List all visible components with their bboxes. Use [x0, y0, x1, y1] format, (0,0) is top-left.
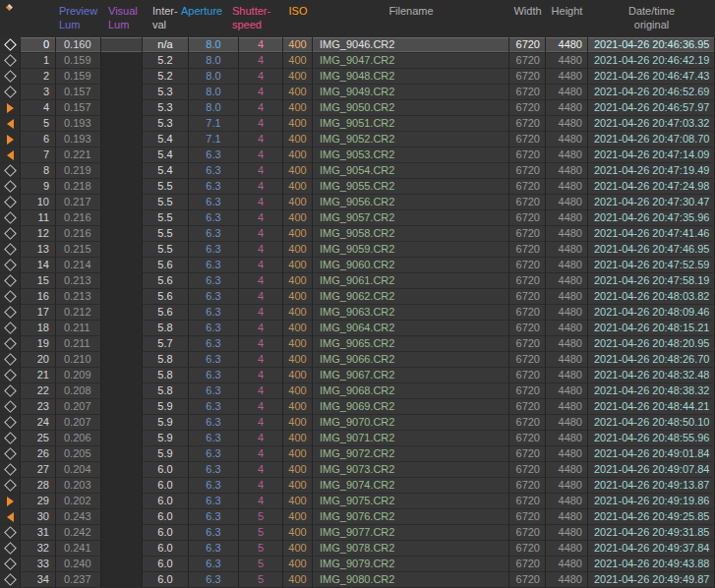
cell-shutter: 5	[239, 572, 283, 588]
cell-width: 6720	[509, 226, 546, 242]
table-row[interactable]: 70.2215.46.34400IMG_9053.CR2672044802021…	[0, 147, 715, 163]
table-row[interactable]: 180.2115.86.34400IMG_9064.CR267204480202…	[0, 321, 715, 336]
cell-interval: 5.4	[143, 132, 189, 147]
cell-height: 4480	[546, 305, 588, 321]
cell-preview_lum: 0.193	[56, 132, 101, 147]
cell-width: 6720	[509, 179, 546, 195]
cell-width: 6720	[509, 53, 546, 69]
cell-interval: 5.8	[143, 321, 189, 336]
table-row[interactable]: 90.2185.56.34400IMG_9055.CR2672044802021…	[0, 179, 715, 195]
cell-shutter: 4	[239, 100, 283, 116]
cell-iso: 400	[283, 431, 313, 446]
column-header-shutter[interactable]: Shutter-speed	[239, 0, 283, 37]
table-row[interactable]: 200.2105.86.34400IMG_9066.CR267204480202…	[0, 352, 715, 368]
cell-filename: IMG_9047.CR2	[313, 53, 509, 69]
table-row[interactable]: 170.2125.66.34400IMG_9063.CR267204480202…	[0, 305, 715, 321]
cell-height: 4480	[546, 478, 588, 494]
cell-datetime: 2021-04-26 20:48:09.46	[588, 305, 715, 321]
table-row[interactable]: 120.2165.56.34400IMG_9058.CR267204480202…	[0, 226, 715, 242]
transition-right-icon	[7, 497, 14, 506]
cell-keyframe	[0, 305, 21, 321]
table-row[interactable]: 310.2426.06.35400IMG_9077.CR267204480202…	[0, 525, 715, 541]
cell-filename: IMG_9050.CR2	[313, 100, 509, 116]
cell-shutter: 4	[239, 69, 283, 85]
cell-keyframe	[0, 116, 21, 132]
table-row[interactable]: 260.2055.96.34400IMG_9072.CR267204480202…	[0, 446, 715, 462]
table-row[interactable]: 270.2046.06.34400IMG_9073.CR267204480202…	[0, 462, 715, 478]
cell-keyframe	[0, 242, 21, 258]
cell-shutter: 4	[239, 273, 283, 289]
table-row[interactable]: 80.2195.46.34400IMG_9054.CR2672044802021…	[0, 163, 715, 179]
cell-index: 6	[21, 132, 56, 147]
column-header-filename[interactable]: Filename	[313, 0, 509, 37]
table-row[interactable]: 110.2165.56.34400IMG_9057.CR267204480202…	[0, 210, 715, 226]
table-row[interactable]: 20.1595.28.04400IMG_9048.CR2672044802021…	[0, 69, 715, 85]
cell-filename: IMG_9064.CR2	[313, 321, 509, 336]
cell-visual_lum	[101, 85, 143, 100]
cell-interval: 6.0	[143, 525, 189, 541]
cell-keyframe	[0, 226, 21, 242]
cell-width: 6720	[509, 399, 546, 415]
cell-interval: 5.2	[143, 53, 189, 69]
column-header-datetime[interactable]: Date/timeoriginal	[588, 0, 715, 37]
cell-keyframe	[0, 494, 21, 509]
cell-preview_lum: 0.209	[56, 368, 101, 383]
cell-aperture: 6.3	[189, 368, 239, 383]
table-row[interactable]: 210.2095.86.34400IMG_9067.CR267204480202…	[0, 368, 715, 383]
table-row[interactable]: 240.2075.96.34400IMG_9070.CR267204480202…	[0, 415, 715, 431]
cell-width: 6720	[509, 557, 546, 572]
table-row[interactable]: 230.2075.96.34400IMG_9069.CR267204480202…	[0, 399, 715, 415]
cell-keyframe	[0, 85, 21, 100]
column-header-label: Date/time	[588, 4, 715, 18]
cell-shutter: 4	[239, 163, 283, 179]
table-row[interactable]: 160.2135.66.34400IMG_9062.CR267204480202…	[0, 289, 715, 305]
column-header-index[interactable]	[21, 0, 56, 37]
table-row[interactable]: 60.1935.47.14400IMG_9052.CR2672044802021…	[0, 132, 715, 147]
table-row[interactable]: 220.2085.86.34400IMG_9068.CR267204480202…	[0, 383, 715, 399]
cell-keyframe	[0, 179, 21, 195]
cell-width: 6720	[509, 289, 546, 305]
table-row[interactable]: 250.2065.96.34400IMG_9071.CR267204480202…	[0, 431, 715, 446]
cell-iso: 400	[283, 226, 313, 242]
table-row[interactable]: 00.160n/a8.04400IMG_9046.CR2672044802021…	[0, 37, 715, 53]
table-row[interactable]: 340.2376.06.35400IMG_9080.CR267204480202…	[0, 572, 715, 588]
table-row[interactable]: 300.2436.06.35400IMG_9076.CR267204480202…	[0, 509, 715, 525]
keyframe-diamond-icon	[4, 211, 17, 224]
column-header-label: Lum	[56, 18, 101, 31]
cell-height: 4480	[546, 242, 588, 258]
cell-width: 6720	[509, 478, 546, 494]
column-header-iso[interactable]: ISO	[283, 0, 313, 37]
table-row[interactable]: 320.2416.06.35400IMG_9078.CR267204480202…	[0, 541, 715, 557]
cell-aperture: 6.3	[189, 163, 239, 179]
cell-iso: 400	[283, 572, 313, 588]
cell-index: 17	[21, 305, 56, 321]
column-header-width[interactable]: Width	[509, 0, 546, 37]
column-header-keyframe[interactable]	[0, 0, 21, 37]
cell-datetime: 2021-04-26 20:49:43.88	[588, 557, 715, 572]
column-header-height[interactable]: Height	[546, 0, 588, 37]
cell-filename: IMG_9065.CR2	[313, 336, 509, 352]
table-row[interactable]: 100.2175.56.34400IMG_9056.CR267204480202…	[0, 195, 715, 210]
table-row[interactable]: 150.2135.66.34400IMG_9061.CR267204480202…	[0, 273, 715, 289]
table-row[interactable]: 50.1935.37.14400IMG_9051.CR2672044802021…	[0, 116, 715, 132]
table-row[interactable]: 130.2155.56.34400IMG_9059.CR267204480202…	[0, 242, 715, 258]
cell-interval: 5.5	[143, 226, 189, 242]
cell-index: 27	[21, 462, 56, 478]
column-header-preview_lum[interactable]: PreviewLum	[56, 0, 101, 37]
cell-datetime: 2021-04-26 20:48:26.70	[588, 352, 715, 368]
table-row[interactable]: 140.2145.66.34400IMG_9060.CR267204480202…	[0, 258, 715, 273]
table-row[interactable]: 280.2036.06.34400IMG_9074.CR267204480202…	[0, 478, 715, 494]
cell-height: 4480	[546, 557, 588, 572]
table-row[interactable]: 290.2026.06.34400IMG_9075.CR267204480202…	[0, 494, 715, 509]
cell-aperture: 6.3	[189, 446, 239, 462]
table-row[interactable]: 330.2406.06.35400IMG_9079.CR267204480202…	[0, 557, 715, 572]
keyframe-diamond-icon	[4, 384, 17, 397]
cell-shutter: 4	[239, 85, 283, 100]
table-row[interactable]: 10.1595.28.04400IMG_9047.CR2672044802021…	[0, 53, 715, 69]
column-header-visual_lum[interactable]: VisualLum	[101, 0, 143, 37]
cell-iso: 400	[283, 132, 313, 147]
table-row[interactable]: 40.1575.38.04400IMG_9050.CR2672044802021…	[0, 100, 715, 116]
table-row[interactable]: 190.2115.76.34400IMG_9065.CR267204480202…	[0, 336, 715, 352]
cell-visual_lum	[101, 462, 143, 478]
table-row[interactable]: 30.1575.38.04400IMG_9049.CR2672044802021…	[0, 85, 715, 100]
